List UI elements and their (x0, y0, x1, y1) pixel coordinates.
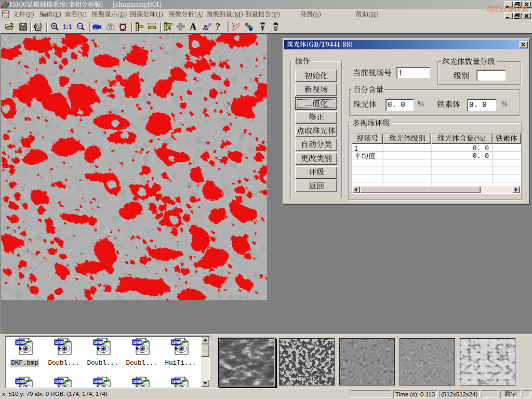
svg-text:3: 3 (251, 26, 254, 29)
svg-text:BMP: BMP (16, 379, 26, 384)
svg-text:A: A (190, 22, 196, 31)
svg-text:BMP: BMP (94, 379, 104, 384)
svg-text:BMP: BMP (172, 379, 182, 384)
svg-text:BMP: BMP (133, 379, 143, 384)
svg-text:DOC: DOC (3, 11, 9, 15)
svg-text:1:1: 1:1 (63, 23, 72, 31)
svg-text:BMP: BMP (55, 379, 65, 384)
svg-text:?: ? (217, 23, 220, 31)
svg-text:A: A (167, 25, 171, 31)
